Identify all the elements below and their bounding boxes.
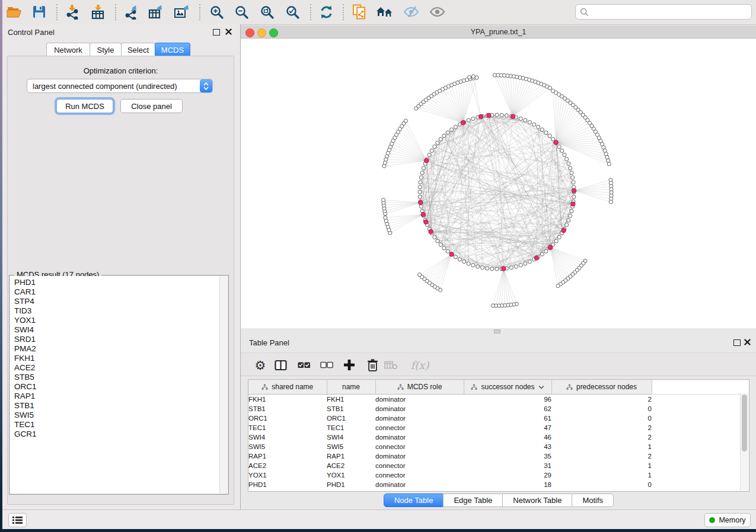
graph-node[interactable] xyxy=(439,137,442,141)
graph-dominator-node[interactable] xyxy=(548,245,553,249)
graph-node[interactable] xyxy=(481,266,484,270)
graph-node[interactable] xyxy=(418,195,422,198)
houses-icon[interactable] xyxy=(375,2,395,21)
search-input[interactable] xyxy=(592,7,751,17)
import-table-icon[interactable] xyxy=(88,2,109,21)
graph-node[interactable] xyxy=(446,249,449,253)
splitter-handle-icon[interactable] xyxy=(494,329,500,334)
column-header[interactable]: predecessor nodes xyxy=(551,380,652,395)
column-header[interactable]: successor nodes xyxy=(464,380,551,395)
graph-node[interactable] xyxy=(571,176,575,180)
table-row[interactable]: TEC1TEC1connector472 xyxy=(248,423,742,432)
graph-node[interactable] xyxy=(418,273,422,277)
float-panel-icon[interactable] xyxy=(213,29,220,36)
graph-dominator-node[interactable] xyxy=(419,200,423,204)
float-panel-icon[interactable] xyxy=(733,339,741,346)
graph-node[interactable] xyxy=(569,214,572,217)
graph-node[interactable] xyxy=(505,114,508,117)
graph-node[interactable] xyxy=(495,113,499,117)
graph-node[interactable] xyxy=(433,145,436,148)
table-scrollbar[interactable] xyxy=(740,393,748,491)
graph-node[interactable] xyxy=(490,267,494,271)
panel-splitter[interactable] xyxy=(241,328,756,335)
graph-node[interactable] xyxy=(418,185,422,189)
table-row[interactable]: SWI4SWI4dominator462 xyxy=(248,432,742,442)
mcds-result-item[interactable]: YOX1 xyxy=(14,316,220,325)
graph-node[interactable] xyxy=(607,162,611,166)
export-network-icon[interactable] xyxy=(122,2,142,21)
graph-node[interactable] xyxy=(556,284,560,287)
plus-icon[interactable] xyxy=(340,356,358,374)
tab-style[interactable]: Style xyxy=(90,43,122,56)
graph-node[interactable] xyxy=(509,266,513,270)
graph-node[interactable] xyxy=(419,204,423,208)
column-header[interactable]: shared name xyxy=(248,380,327,395)
save-icon[interactable] xyxy=(29,2,49,21)
table-row[interactable]: RAP1RAP1dominator352 xyxy=(248,451,742,461)
table-row[interactable]: STB1STB1dominator620 xyxy=(248,404,742,414)
table-row[interactable]: ORC1ORC1dominator610 xyxy=(248,414,742,423)
mcds-result-item[interactable]: RAP1 xyxy=(14,392,220,401)
graph-node[interactable] xyxy=(544,249,548,253)
graph-node[interactable] xyxy=(467,118,470,122)
graph-node[interactable] xyxy=(540,128,544,132)
graph-node[interactable] xyxy=(524,118,527,122)
trash-icon[interactable] xyxy=(363,356,381,374)
graph-node[interactable] xyxy=(486,267,489,270)
graph-node[interactable] xyxy=(384,216,387,219)
memory-button[interactable]: Memory xyxy=(704,513,751,527)
graph-node[interactable] xyxy=(462,260,466,264)
mcds-result-item[interactable]: PMA2 xyxy=(14,344,220,354)
graph-node[interactable] xyxy=(548,134,551,137)
graph-node[interactable] xyxy=(491,304,495,307)
run-mcds-button[interactable]: Run MCDS xyxy=(56,99,113,113)
graph-node[interactable] xyxy=(404,119,407,123)
mcds-result-item[interactable]: TID3 xyxy=(14,306,220,316)
graph-node[interactable] xyxy=(471,75,475,78)
table-row[interactable]: PHD1PHD1dominator180 xyxy=(248,480,742,489)
graph-node[interactable] xyxy=(567,162,570,165)
graph-dominator-node[interactable] xyxy=(571,202,575,206)
graph-dominator-node[interactable] xyxy=(421,212,425,216)
graph-node[interactable] xyxy=(560,149,564,152)
graph-node[interactable] xyxy=(548,86,551,89)
graph-dominator-node[interactable] xyxy=(554,140,558,145)
graph-node[interactable] xyxy=(519,117,522,120)
table-row[interactable]: SWI5SWI5connector431 xyxy=(248,442,742,451)
eye-icon[interactable] xyxy=(427,2,447,21)
graph-node[interactable] xyxy=(458,258,461,261)
mcds-result-list[interactable]: PHD1CAR1STP4TID3YOX1SWI4SRD1PMA2FKH1ACE2… xyxy=(10,276,220,493)
graph-node[interactable] xyxy=(572,195,576,198)
graph-dominator-node[interactable] xyxy=(479,114,483,118)
graph-node[interactable] xyxy=(519,264,522,267)
graph-node[interactable] xyxy=(565,158,569,161)
table-row[interactable]: YOX1YOX1connector291 xyxy=(248,470,742,480)
gear-icon[interactable]: ⚙ xyxy=(251,356,269,374)
graph-node[interactable] xyxy=(514,265,518,268)
tab-select[interactable]: Select xyxy=(121,43,155,56)
network-canvas[interactable] xyxy=(241,39,756,328)
graph-node[interactable] xyxy=(467,75,471,79)
graph-node[interactable] xyxy=(500,113,503,117)
graph-node[interactable] xyxy=(540,252,544,256)
graph-node[interactable] xyxy=(436,141,439,145)
tab-mcds[interactable]: MCDS xyxy=(155,43,190,56)
scrollbar-thumb[interactable] xyxy=(742,395,747,451)
graph-node[interactable] xyxy=(572,181,575,184)
mcds-result-item[interactable]: SRD1 xyxy=(14,335,220,344)
eye-slash-icon[interactable] xyxy=(401,2,421,21)
select-all-icon[interactable] xyxy=(295,356,313,374)
graph-dominator-node[interactable] xyxy=(534,256,538,260)
graph-dominator-node[interactable] xyxy=(502,267,506,271)
table-row[interactable]: ACE2ACE2connector311 xyxy=(248,461,742,470)
graph-node[interactable] xyxy=(471,264,475,267)
mcds-result-item[interactable]: STB5 xyxy=(14,373,220,382)
tab-node-table[interactable]: Node Table xyxy=(384,493,444,507)
close-panel-icon[interactable] xyxy=(744,339,751,345)
graph-node[interactable] xyxy=(418,190,422,194)
graph-node[interactable] xyxy=(442,134,446,137)
graph-node[interactable] xyxy=(607,159,610,162)
graph-node[interactable] xyxy=(557,235,561,239)
mcds-result-item[interactable]: FKH1 xyxy=(14,354,220,363)
graph-dominator-node[interactable] xyxy=(425,158,429,162)
